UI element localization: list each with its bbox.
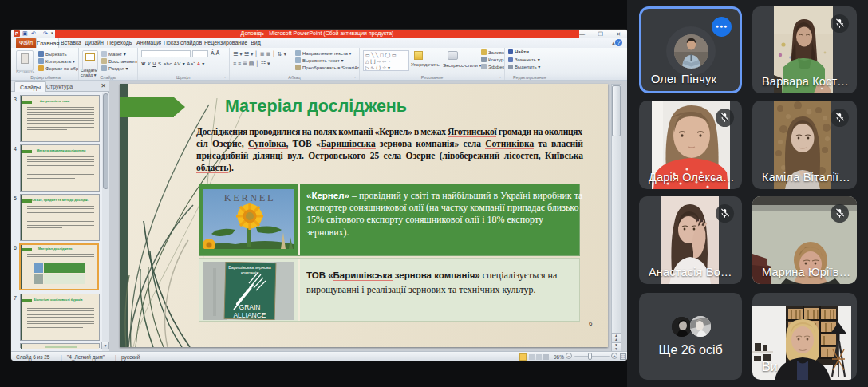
svg-text:Баришівська зернова: Баришівська зернова: [228, 265, 271, 270]
svg-text:GRAIN: GRAIN: [239, 303, 261, 311]
svg-text:ALLIANCE: ALLIANCE: [233, 311, 266, 319]
svg-text:KERNEL: KERNEL: [224, 192, 275, 203]
